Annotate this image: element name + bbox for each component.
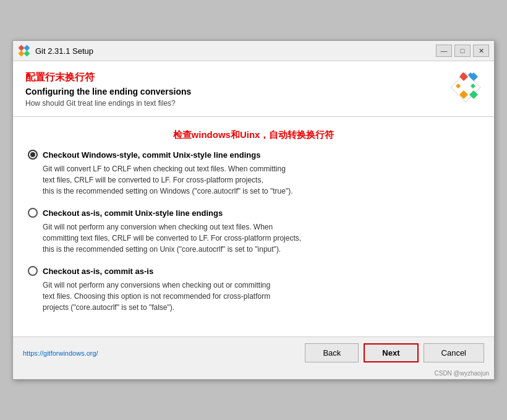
svg-rect-0 bbox=[19, 45, 25, 51]
svg-rect-3 bbox=[24, 51, 30, 57]
cancel-button[interactable]: Cancel bbox=[424, 343, 484, 362]
git-logo bbox=[449, 71, 482, 103]
radio-label-1[interactable]: Checkout Windows-style, commit Unix-styl… bbox=[28, 150, 479, 160]
radio-option-3: Checkout as-is, commit as-is Git will no… bbox=[28, 266, 479, 313]
content-area: 检查windows和Uinx，自动转换换行符 Checkout Windows-… bbox=[13, 117, 494, 336]
radio-desc-1: Git will convert LF to CRLF when checkin… bbox=[43, 163, 479, 197]
radio-desc-2: Git will not perform any conversion when… bbox=[43, 221, 479, 255]
setup-window: Git 2.31.1 Setup — □ ✕ 配置行末换行符 Configuri… bbox=[12, 40, 495, 380]
next-button[interactable]: Next bbox=[364, 343, 418, 362]
radio-title-1: Checkout Windows-style, commit Unix-styl… bbox=[43, 150, 260, 160]
window-title: Git 2.31.1 Setup bbox=[35, 46, 436, 56]
radio-button-1[interactable] bbox=[28, 150, 38, 160]
svg-rect-12 bbox=[469, 90, 478, 99]
radio-button-2[interactable] bbox=[28, 208, 38, 218]
header-title: Configuring the line ending conversions bbox=[25, 87, 191, 96]
svg-rect-2 bbox=[19, 51, 25, 57]
maximize-button[interactable]: □ bbox=[454, 45, 471, 57]
svg-rect-11 bbox=[459, 90, 468, 99]
radio-button-3[interactable] bbox=[28, 266, 38, 276]
svg-marker-7 bbox=[456, 84, 461, 88]
footer: https://gitforwindows.org/ Back Next Can… bbox=[13, 336, 494, 369]
section-annotation: 检查windows和Uinx，自动转换换行符 bbox=[28, 129, 479, 141]
svg-marker-8 bbox=[471, 84, 475, 88]
radio-label-2[interactable]: Checkout as-is, commit Unix-style line e… bbox=[28, 208, 479, 218]
footer-buttons: Back Next Cancel bbox=[305, 343, 484, 362]
window-controls: — □ ✕ bbox=[436, 45, 489, 57]
header-text: 配置行末换行符 Configuring the line ending conv… bbox=[25, 71, 191, 108]
svg-rect-1 bbox=[24, 45, 30, 51]
radio-title-3: Checkout as-is, commit as-is bbox=[43, 267, 153, 276]
footer-link[interactable]: https://gitforwindows.org/ bbox=[23, 349, 98, 357]
minimize-button[interactable]: — bbox=[436, 45, 452, 57]
radio-option-1: Checkout Windows-style, commit Unix-styl… bbox=[28, 150, 479, 197]
back-button[interactable]: Back bbox=[305, 343, 359, 362]
titlebar: Git 2.31.1 Setup — □ ✕ bbox=[13, 41, 494, 61]
radio-label-3[interactable]: Checkout as-is, commit as-is bbox=[28, 266, 479, 276]
watermark: CSDN @wyzhaojun bbox=[13, 369, 494, 379]
header-annotation: 配置行末换行符 bbox=[25, 71, 191, 84]
radio-title-2: Checkout as-is, commit Unix-style line e… bbox=[43, 208, 223, 218]
header-subtitle: How should Git treat line endings in tex… bbox=[25, 99, 191, 108]
close-button[interactable]: ✕ bbox=[473, 45, 489, 57]
radio-desc-3: Git will not perform any conversions whe… bbox=[43, 280, 479, 313]
page-header: 配置行末换行符 Configuring the line ending conv… bbox=[13, 61, 494, 117]
git-icon bbox=[18, 45, 30, 57]
radio-option-2: Checkout as-is, commit Unix-style line e… bbox=[28, 208, 479, 255]
